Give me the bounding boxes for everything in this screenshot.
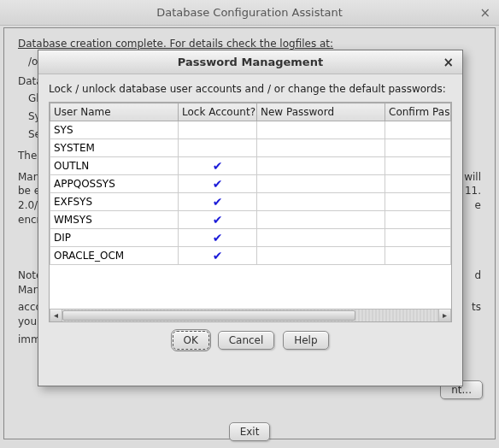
cell-lock[interactable]: ✔ bbox=[179, 247, 257, 265]
cell-username[interactable]: WMSYS bbox=[50, 211, 179, 229]
cell-username[interactable]: OUTLN bbox=[50, 157, 179, 175]
password-management-modal: Password Management × Lock / unlock data… bbox=[38, 50, 463, 386]
bg-line-will: will bbox=[464, 170, 481, 185]
cell-new-password[interactable] bbox=[257, 247, 385, 265]
cancel-button[interactable]: Cancel bbox=[218, 331, 275, 350]
main-titlebar: Database Configuration Assistant × bbox=[0, 0, 499, 26]
bg-line-e: e bbox=[475, 198, 481, 213]
cell-new-password[interactable] bbox=[257, 229, 385, 247]
cell-new-password[interactable] bbox=[257, 193, 385, 211]
cell-lock[interactable]: ✔ bbox=[179, 157, 257, 175]
ok-button[interactable]: OK bbox=[173, 331, 209, 350]
accounts-table-wrap: User Name Lock Account? New Password Con… bbox=[49, 102, 452, 322]
cell-new-password[interactable] bbox=[257, 139, 385, 157]
cell-username[interactable]: EXFSYS bbox=[50, 193, 179, 211]
cell-username[interactable]: DIP bbox=[50, 229, 179, 247]
cell-confirm-password[interactable] bbox=[385, 211, 451, 229]
help-button[interactable]: Help bbox=[283, 331, 328, 350]
cell-confirm-password[interactable] bbox=[385, 247, 451, 265]
cell-new-password[interactable] bbox=[257, 121, 385, 139]
table-row[interactable]: SYSTEM bbox=[50, 139, 451, 157]
table-row[interactable]: DIP✔ bbox=[50, 229, 451, 247]
checkmark-icon: ✔ bbox=[213, 195, 223, 209]
cell-confirm-password[interactable] bbox=[385, 121, 451, 139]
col-confirm[interactable]: Confirm Passw bbox=[385, 103, 451, 121]
table-row[interactable]: OUTLN✔ bbox=[50, 157, 451, 175]
checkmark-icon: ✔ bbox=[213, 249, 223, 262]
cell-lock[interactable]: ✔ bbox=[179, 193, 257, 211]
table-row-empty bbox=[50, 283, 451, 301]
cell-username[interactable]: APPQOSSYS bbox=[50, 175, 179, 193]
col-username[interactable]: User Name bbox=[50, 103, 179, 121]
bg-line-d: d bbox=[474, 268, 481, 283]
table-row-empty bbox=[50, 265, 451, 283]
bg-line-ts: ts bbox=[472, 300, 481, 315]
accounts-table: User Name Lock Account? New Password Con… bbox=[50, 103, 451, 319]
cell-new-password[interactable] bbox=[257, 157, 385, 175]
cell-confirm-password[interactable] bbox=[385, 139, 451, 157]
horizontal-scrollbar[interactable]: ◂ ▸ bbox=[50, 309, 451, 321]
table-row[interactable]: SYS bbox=[50, 121, 451, 139]
table-header-row: User Name Lock Account? New Password Con… bbox=[50, 103, 451, 121]
checkmark-icon: ✔ bbox=[213, 213, 223, 227]
exit-button[interactable]: Exit bbox=[229, 422, 271, 441]
modal-title: Password Management bbox=[178, 56, 323, 68]
cell-new-password[interactable] bbox=[257, 175, 385, 193]
table-row[interactable]: WMSYS✔ bbox=[50, 211, 451, 229]
cell-username[interactable]: SYS bbox=[50, 121, 179, 139]
table-row[interactable]: APPQOSSYS✔ bbox=[50, 175, 451, 193]
cell-new-password[interactable] bbox=[257, 211, 385, 229]
checkmark-icon: ✔ bbox=[213, 231, 223, 245]
modal-close-icon[interactable]: × bbox=[443, 55, 454, 70]
checkmark-icon: ✔ bbox=[213, 177, 223, 191]
cell-confirm-password[interactable] bbox=[385, 175, 451, 193]
bg-line-11: 11. bbox=[465, 184, 481, 198]
exit-row: Exit bbox=[0, 422, 499, 441]
scroll-thumb[interactable] bbox=[62, 310, 355, 321]
cell-lock[interactable]: ✔ bbox=[179, 175, 257, 193]
checkmark-icon: ✔ bbox=[213, 159, 223, 173]
cell-confirm-password[interactable] bbox=[385, 229, 451, 247]
scroll-left-icon[interactable]: ◂ bbox=[50, 309, 62, 321]
col-lock[interactable]: Lock Account? bbox=[179, 103, 257, 121]
col-newpw[interactable]: New Password bbox=[257, 103, 385, 121]
modal-body: Lock / unlock database user accounts and… bbox=[38, 74, 462, 357]
modal-titlebar: Password Management × bbox=[38, 50, 462, 74]
modal-description: Lock / unlock database user accounts and… bbox=[49, 83, 452, 95]
cell-username[interactable]: SYSTEM bbox=[50, 139, 179, 157]
scroll-track[interactable] bbox=[62, 309, 438, 321]
cell-lock[interactable]: ✔ bbox=[179, 211, 257, 229]
table-row[interactable]: EXFSYS✔ bbox=[50, 193, 451, 211]
cell-lock[interactable] bbox=[179, 121, 257, 139]
cell-username[interactable]: ORACLE_OCM bbox=[50, 247, 179, 265]
cell-confirm-password[interactable] bbox=[385, 157, 451, 175]
table-row[interactable]: ORACLE_OCM✔ bbox=[50, 247, 451, 265]
cell-lock[interactable] bbox=[179, 139, 257, 157]
modal-button-row: OK Cancel Help bbox=[49, 331, 452, 350]
scroll-right-icon[interactable]: ▸ bbox=[438, 309, 451, 321]
main-title: Database Configuration Assistant bbox=[156, 6, 343, 19]
cell-confirm-password[interactable] bbox=[385, 193, 451, 211]
main-close-icon[interactable]: × bbox=[479, 5, 490, 21]
cell-lock[interactable]: ✔ bbox=[179, 229, 257, 247]
